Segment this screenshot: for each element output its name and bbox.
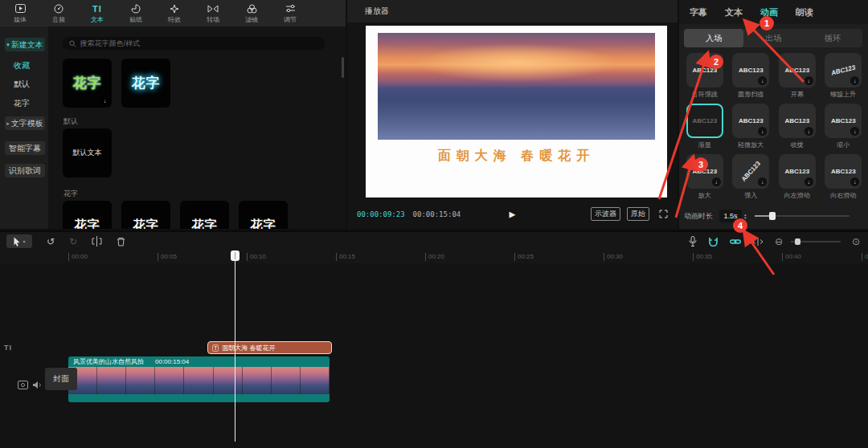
preview-subtitle-text[interactable]: 面朝大海 春暖花开 bbox=[366, 148, 667, 165]
anim-tile[interactable]: ABC123↓收拢 bbox=[777, 104, 817, 149]
toolbar-item-text[interactable]: TI 文本 bbox=[84, 3, 111, 24]
toolbar-item-effects[interactable]: 特效 bbox=[161, 3, 188, 24]
timeline-zoom-slider[interactable] bbox=[791, 238, 841, 246]
huazi-style-tile[interactable]: 花字 ↓ bbox=[63, 59, 112, 108]
video-clip-name: 风景优美的山水自然风拍 bbox=[73, 357, 144, 366]
duration-slider[interactable] bbox=[755, 211, 850, 221]
slider-handle[interactable] bbox=[795, 238, 800, 245]
sidebar-item-text-template[interactable]: ▸ 文字模板 bbox=[5, 116, 45, 130]
anim-tile[interactable]: ABC123↓向左滑动 bbox=[777, 154, 817, 200]
delete-button[interactable] bbox=[117, 237, 125, 246]
huazi-style-tile[interactable]: 花字 bbox=[239, 201, 288, 229]
timeline-ruler[interactable]: 00:00 00:05 00:10 00:15 00:20 00:25 00:3… bbox=[0, 250, 868, 263]
stepper-down-icon[interactable]: ▾ bbox=[744, 216, 747, 219]
sidebar-item-huazi[interactable]: 花字 bbox=[14, 98, 30, 109]
download-icon: ↓ bbox=[850, 76, 859, 85]
sticker-icon bbox=[131, 3, 141, 14]
preview-axis-icon[interactable] bbox=[752, 238, 764, 246]
scopes-button[interactable]: 示波器 bbox=[591, 207, 620, 221]
caret-down-icon: ▾ bbox=[6, 42, 10, 48]
anim-tile[interactable]: ABC123↓轻微放大 bbox=[731, 104, 772, 149]
huazi-style-tile[interactable]: 花字 bbox=[121, 201, 170, 229]
toolbar-item-sticker[interactable]: 贴纸 bbox=[122, 3, 149, 24]
text-clip[interactable]: T 面朝大海 春暖花开 bbox=[207, 341, 332, 354]
anim-tile[interactable]: ABC123↓螺旋上升 bbox=[824, 53, 864, 99]
anim-tile[interactable]: ABC123↓放大 bbox=[685, 154, 725, 200]
video-track-icon[interactable] bbox=[18, 381, 28, 389]
huazi-style-tile[interactable]: 花字 bbox=[180, 201, 229, 229]
anim-tile[interactable]: ABC123↓圆形扫描 bbox=[731, 53, 772, 99]
media-icon bbox=[15, 3, 26, 14]
toolbar-item-media[interactable]: 媒体 bbox=[6, 3, 34, 24]
timeline-area: ▾ ↺ ↻ ⊖ ⊙ 00:00 00:05 00:10 bbox=[0, 230, 868, 448]
slider-handle[interactable] bbox=[769, 212, 776, 220]
select-tool-button[interactable]: ▾ bbox=[6, 234, 32, 248]
tab-subtitle[interactable]: 字幕 bbox=[690, 6, 707, 18]
section-label-default: 默认 bbox=[63, 116, 78, 127]
player-header: 播放器 bbox=[347, 0, 678, 22]
adjust-icon bbox=[285, 3, 296, 14]
huazi-style-tile[interactable]: 花字 bbox=[63, 201, 112, 229]
text-clip-icon: T bbox=[212, 344, 219, 352]
tab-read-aloud[interactable]: 朗读 bbox=[796, 6, 813, 18]
video-clip[interactable]: 风景优美的山水自然风拍 00:00:15:04 bbox=[68, 356, 330, 402]
anim-tile[interactable]: ABC123↓开幕 bbox=[777, 53, 817, 99]
total-duration: 00:00:15:04 bbox=[413, 210, 461, 218]
subtab-loop[interactable]: 循环 bbox=[803, 29, 862, 47]
mute-track-icon[interactable] bbox=[32, 381, 42, 389]
toolbar-item-adjust[interactable]: 调节 bbox=[276, 3, 304, 24]
duration-value-field[interactable]: 1.5s bbox=[719, 210, 742, 222]
huazi-style-tile[interactable]: 花字 bbox=[121, 59, 170, 108]
video-thumbnail-strip bbox=[68, 367, 330, 394]
ruler-tick: 00:35 bbox=[693, 253, 712, 261]
sidebar-item-default[interactable]: 默认 bbox=[14, 79, 30, 90]
sidebar-item-lyrics-recognition[interactable]: 识别歌词 bbox=[5, 164, 45, 177]
download-icon: ↓ bbox=[712, 177, 721, 186]
search-input[interactable] bbox=[80, 39, 318, 47]
video-clip-footer bbox=[68, 394, 330, 402]
search-bar[interactable] bbox=[63, 37, 325, 50]
duration-stepper[interactable]: ▴▾ bbox=[744, 213, 747, 219]
cover-button[interactable]: 封面 bbox=[45, 368, 77, 390]
default-text-tile[interactable]: 默认文本 bbox=[63, 128, 112, 177]
fullscreen-icon[interactable] bbox=[656, 210, 668, 218]
text-track-icon: TI bbox=[4, 344, 12, 352]
undo-button[interactable]: ↺ bbox=[47, 236, 55, 247]
anim-tile[interactable]: ABC123↓向右滑动 bbox=[824, 154, 864, 200]
anim-tile[interactable]: ABC123音符弹跳 bbox=[685, 53, 725, 99]
zoom-fit-icon[interactable]: ⊙ bbox=[852, 236, 860, 247]
current-time: 00:00:09:23 bbox=[357, 210, 405, 218]
toolbar-item-transition[interactable]: 转场 bbox=[199, 3, 227, 24]
magnet-toggle-icon[interactable] bbox=[708, 237, 719, 246]
filter-icon bbox=[247, 3, 257, 14]
ratio-button[interactable]: 原始 bbox=[627, 207, 649, 221]
zoom-out-icon[interactable]: ⊖ bbox=[775, 236, 783, 247]
subtab-out[interactable]: 出场 bbox=[743, 29, 803, 47]
link-toggle-icon[interactable] bbox=[730, 238, 741, 246]
caret-right-icon: ▸ bbox=[6, 120, 10, 127]
anim-tile-selected[interactable]: ABC123渐显 bbox=[685, 104, 725, 149]
download-icon: ↓ bbox=[805, 127, 813, 136]
toolbar-item-filter[interactable]: 滤镜 bbox=[238, 3, 265, 24]
subtab-in[interactable]: 入场 bbox=[684, 29, 743, 47]
sidebar-item-favorites[interactable]: 收藏 bbox=[14, 60, 30, 71]
sidebar-item-new-text[interactable]: ▾ 新建文本 bbox=[5, 38, 45, 51]
anim-tile[interactable]: ABC123↓弹入 bbox=[731, 154, 772, 200]
tab-text[interactable]: 文本 bbox=[725, 6, 743, 18]
library-scrollbar[interactable] bbox=[342, 57, 344, 78]
tab-animation[interactable]: 动画 bbox=[760, 6, 778, 18]
sidebar-item-smart-subtitle[interactable]: 智能字幕 bbox=[5, 141, 45, 155]
download-icon: ↓ bbox=[100, 96, 109, 105]
player-panel: 播放器 面朝大海 春暖花开 00:00:09:23 00:00:15:04 ▶ … bbox=[347, 0, 678, 229]
split-button[interactable] bbox=[92, 236, 102, 246]
redo-button[interactable]: ↻ bbox=[69, 236, 77, 247]
toolbar-item-audio[interactable]: 音频 bbox=[45, 3, 72, 24]
playhead-handle[interactable] bbox=[231, 250, 240, 261]
preview-canvas[interactable]: 面朝大海 春暖花开 bbox=[366, 26, 667, 198]
play-button[interactable]: ▶ bbox=[510, 208, 516, 220]
player-title: 播放器 bbox=[365, 6, 389, 17]
effects-icon bbox=[170, 3, 179, 14]
cursor-icon bbox=[13, 237, 21, 246]
record-mic-button[interactable] bbox=[689, 236, 697, 246]
anim-tile[interactable]: ABC123↓缩小 bbox=[824, 104, 864, 149]
